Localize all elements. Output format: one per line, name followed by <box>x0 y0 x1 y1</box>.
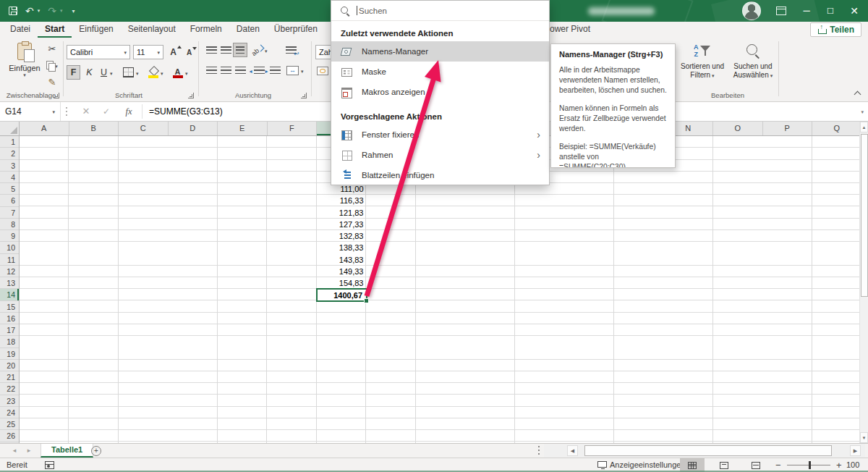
font-color-chevron-icon[interactable]: ▾ <box>185 71 188 76</box>
row-header-6[interactable]: 6 <box>0 195 19 206</box>
row-header-3[interactable]: 3 <box>0 160 19 172</box>
row-header-26[interactable]: 26 <box>0 430 19 442</box>
undo-chevron-icon[interactable]: ▾ <box>38 8 41 14</box>
scroll-down-icon[interactable]: ▼ <box>860 432 868 443</box>
row-header-21[interactable]: 21 <box>0 371 19 383</box>
font-color-button[interactable] <box>171 65 184 80</box>
column-header-d[interactable]: D <box>169 122 218 135</box>
column-header-e[interactable]: E <box>218 122 268 135</box>
menu-item-fenster-fixieren[interactable]: Fenster fixieren› <box>331 125 549 145</box>
close-button[interactable]: ✕ <box>843 0 865 22</box>
formula-input[interactable]: =SUMME(G3:G13) <box>149 102 223 121</box>
tab-daten[interactable]: Daten <box>229 22 267 38</box>
row-header-1[interactable]: 1 <box>0 136 19 148</box>
borders-chevron-icon[interactable]: ▾ <box>136 71 139 76</box>
align-right-button[interactable] <box>233 63 247 77</box>
collapse-ribbon-chevron-icon[interactable] <box>854 90 861 97</box>
column-header-q[interactable]: Q <box>812 122 862 135</box>
ribbon-display-options-icon[interactable] <box>776 7 786 15</box>
font-dialog-launcher[interactable] <box>188 93 194 98</box>
align-bottom-button[interactable] <box>233 43 247 57</box>
font-name-combo[interactable]: Calibri▾ <box>67 45 130 59</box>
tab-seitenlayout[interactable]: Seitenlayout <box>121 22 183 38</box>
cell-g14[interactable]: 1400,67 <box>316 288 368 302</box>
align-middle-button[interactable] <box>218 43 233 57</box>
align-left-button[interactable] <box>204 63 218 77</box>
fill-color-chevron-icon[interactable]: ▾ <box>161 71 163 76</box>
column-header-o[interactable]: O <box>713 122 763 135</box>
sort-filter-button[interactable]: AZ Sortieren und Filtern <box>677 41 728 97</box>
row-header-9[interactable]: 9 <box>0 230 19 242</box>
orientation-button[interactable] <box>250 43 265 57</box>
column-header-p[interactable]: P <box>763 122 813 135</box>
tab-start[interactable]: Start <box>38 22 72 38</box>
decrease-indent-button[interactable] <box>252 63 266 77</box>
share-button[interactable]: Teilen <box>810 22 861 37</box>
horizontal-scrollbar-thumb[interactable] <box>584 445 832 456</box>
merge-center-chevron-icon[interactable]: ▾ <box>301 69 304 74</box>
undo-button[interactable]: ↶ <box>25 0 34 22</box>
row-header-19[interactable]: 19 <box>0 348 19 360</box>
borders-button[interactable] <box>122 65 135 80</box>
row-header-15[interactable]: 15 <box>0 301 19 313</box>
cell-g11[interactable]: 143,83 <box>317 254 367 266</box>
cut-button[interactable]: ✂ <box>45 42 59 56</box>
menu-item-maske[interactable]: Maske <box>331 62 549 82</box>
horizontal-scrollbar[interactable]: ◀ ▶ <box>544 444 865 458</box>
cell-g8[interactable]: 127,33 <box>317 219 367 230</box>
row-header-20[interactable]: 20 <box>0 360 19 371</box>
row-header-10[interactable]: 10 <box>0 242 19 253</box>
redo-button[interactable]: ↷ <box>48 0 56 22</box>
align-center-button[interactable] <box>218 63 233 77</box>
row-header-23[interactable]: 23 <box>0 395 19 407</box>
row-header-24[interactable]: 24 <box>0 407 19 418</box>
scroll-left-icon[interactable]: ◀ <box>567 445 578 456</box>
column-header-a[interactable]: A <box>20 122 69 135</box>
menu-item-blattzeilen-einfügen[interactable]: Blattzeilen einfügen <box>331 165 549 185</box>
fill-color-button[interactable] <box>146 65 160 80</box>
column-header-f[interactable]: F <box>268 122 318 135</box>
increase-indent-button[interactable] <box>268 63 282 77</box>
row-header-8[interactable]: 8 <box>0 219 19 230</box>
row-header-12[interactable]: 12 <box>0 266 19 277</box>
save-icon[interactable] <box>9 7 17 15</box>
row-header-17[interactable]: 17 <box>0 324 19 336</box>
row-header-5[interactable]: 5 <box>0 183 19 195</box>
select-all-corner[interactable] <box>0 122 20 135</box>
expand-formula-bar-chevron-icon[interactable]: ▾ <box>861 109 864 114</box>
tab-datei[interactable]: Datei <box>3 22 38 38</box>
avatar[interactable] <box>742 1 761 20</box>
increase-font-size-button[interactable]: A <box>166 45 180 59</box>
paste-button[interactable]: Einfügen ▾ <box>4 41 45 77</box>
next-sheet-icon[interactable]: ▸ <box>23 444 35 458</box>
row-header-2[interactable]: 2 <box>0 148 19 159</box>
underline-button[interactable]: U <box>97 65 111 80</box>
row-header-13[interactable]: 13 <box>0 277 19 289</box>
vertical-scrollbar-thumb[interactable] <box>861 134 868 297</box>
row-header-16[interactable]: 16 <box>0 313 19 324</box>
row-header-18[interactable]: 18 <box>0 336 19 347</box>
quick-access-toolbar-chevron-icon[interactable]: ▾ <box>72 8 75 14</box>
decrease-font-size-button[interactable]: A <box>182 45 196 59</box>
cell-g9[interactable]: 132,83 <box>317 230 367 242</box>
scroll-up-icon[interactable]: ▲ <box>860 122 868 132</box>
tab-überprüfen[interactable]: Überprüfen <box>267 22 325 38</box>
italic-button[interactable]: K <box>82 65 96 80</box>
tab-einfügen[interactable]: Einfügen <box>72 22 120 38</box>
enter-icon[interactable]: ✓ <box>98 102 114 121</box>
search-input[interactable]: Suchen <box>331 1 549 21</box>
menu-item-namens-manager[interactable]: Namens-Manager <box>331 41 549 62</box>
sheet-tab-tabelle1[interactable]: Tabelle1 <box>41 444 93 458</box>
merge-center-button[interactable] <box>285 63 299 77</box>
insert-function-button[interactable]: fx <box>120 102 137 121</box>
vertical-scrollbar[interactable]: ▲ ▼ <box>859 122 868 443</box>
cell-g6[interactable]: 116,33 <box>317 195 367 206</box>
find-select-button[interactable]: Suchen und Auswählen <box>728 41 778 97</box>
format-painter-button[interactable]: ✎ <box>45 75 59 90</box>
wrap-text-button[interactable] <box>284 43 298 57</box>
name-box[interactable]: G14▾ <box>0 102 61 121</box>
tab-scroll-splitter[interactable] <box>538 446 540 447</box>
cell-g10[interactable]: 138,33 <box>317 242 367 253</box>
cell-g7[interactable]: 121,83 <box>317 207 367 219</box>
redo-chevron-icon[interactable]: ▾ <box>60 8 63 14</box>
